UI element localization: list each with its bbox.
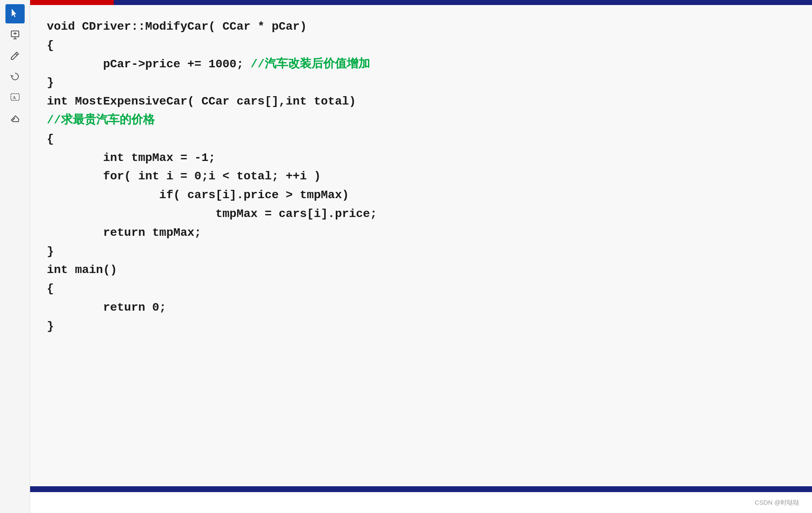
code-line-4: } (47, 74, 795, 92)
code-line-9: for( int i = 0;i < total; ++i ) (47, 167, 795, 186)
code-text: for( int i = 0;i < total; ++i ) (47, 170, 321, 183)
top-bar-red (30, 0, 114, 5)
code-area: void CDriver::ModifyCar( CCar * pCar) { … (30, 5, 812, 486)
add-tool-button[interactable] (5, 25, 25, 44)
top-bar-blue (114, 0, 812, 5)
code-line-7: { (47, 130, 795, 149)
code-line-5: int MostExpensiveCar( CCar cars[],int to… (47, 92, 795, 111)
code-text: int tmpMax = -1; (47, 151, 215, 164)
code-text: } (47, 320, 54, 333)
code-line-15: { (47, 280, 795, 299)
svg-line-5 (15, 54, 17, 55)
code-comment-1: //汽车改装后价值增加 (250, 58, 370, 71)
add-icon (10, 30, 20, 40)
code-line-11: tmpMax = cars[i].price; (47, 205, 795, 224)
code-line-14: int main() (47, 261, 795, 280)
cursor-tool-button[interactable] (5, 4, 25, 23)
code-text: tmpMax = cars[i].price; (47, 207, 377, 220)
code-line-12: return tmpMax; (47, 224, 795, 242)
erase-icon (10, 113, 20, 123)
edit-tool-button[interactable] (5, 46, 25, 65)
code-text: return tmpMax; (47, 226, 202, 239)
top-bar (30, 0, 812, 5)
code-block: void CDriver::ModifyCar( CCar * pCar) { … (47, 18, 795, 336)
text-icon: A (10, 92, 20, 102)
code-text: { (47, 282, 54, 295)
code-text: void CDriver::ModifyCar( CCar * pCar) (47, 20, 307, 33)
code-line-8: int tmpMax = -1; (47, 149, 795, 168)
toolbar: A (0, 0, 30, 513)
code-line-3: pCar->price += 1000; //汽车改装后价值增加 (47, 55, 795, 74)
text-tool-button[interactable]: A (5, 88, 25, 107)
pencil-icon (10, 51, 20, 61)
code-line-1: void CDriver::ModifyCar( CCar * pCar) (47, 18, 795, 36)
footer: CSDN @时哒哒 (30, 492, 812, 513)
main-content: void CDriver::ModifyCar( CCar * pCar) { … (30, 0, 812, 513)
cursor-icon (10, 9, 20, 19)
rotate-icon (10, 71, 20, 82)
svg-text:A: A (13, 95, 16, 100)
code-line-10: if( cars[i].price > tmpMax) (47, 186, 795, 205)
footer-text: CSDN @时哒哒 (755, 499, 799, 507)
code-text: if( cars[i].price > tmpMax) (47, 189, 349, 202)
code-line-2: { (47, 36, 795, 55)
code-line-6: //求最贵汽车的价格 (47, 111, 795, 130)
code-text: } (47, 245, 54, 258)
code-text: int main() (47, 263, 117, 276)
bottom-bar (30, 486, 812, 492)
code-text: pCar->price += 1000; (47, 58, 250, 71)
code-text: { (47, 133, 54, 145)
erase-tool-button[interactable] (5, 109, 25, 128)
code-line-16: return 0; (47, 299, 795, 317)
code-text: } (47, 76, 54, 89)
code-text: { (47, 39, 54, 52)
code-line-13: } (47, 242, 795, 261)
code-text: return 0; (47, 301, 166, 314)
rotate-tool-button[interactable] (5, 67, 25, 86)
code-line-17: } (47, 317, 795, 336)
code-text: int MostExpensiveCar( CCar cars[],int to… (47, 95, 356, 108)
